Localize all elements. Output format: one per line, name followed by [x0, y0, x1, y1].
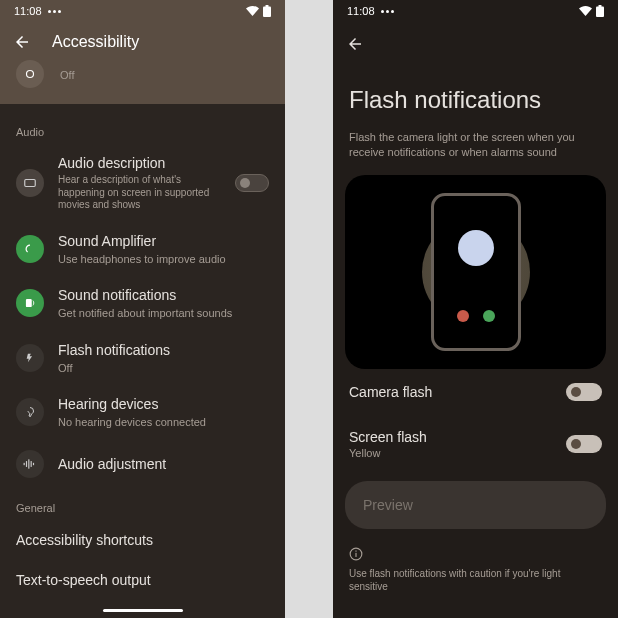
svg-rect-4	[26, 299, 32, 307]
status-bar: 11:08	[333, 0, 618, 22]
partial-icon	[16, 60, 44, 88]
item-hearing-devices[interactable]: Hearing devices No hearing devices conne…	[0, 385, 285, 439]
illustration-lens-icon	[458, 230, 494, 266]
item-audio-description[interactable]: Audio description Hear a description of …	[0, 144, 285, 222]
svg-rect-1	[266, 5, 269, 7]
battery-icon	[263, 5, 271, 17]
sound-amplifier-icon	[16, 235, 44, 263]
item-sound-amplifier[interactable]: Sound Amplifier Use headphones to improv…	[0, 222, 285, 276]
section-label-audio: Audio	[0, 112, 285, 144]
svg-rect-0	[263, 7, 271, 18]
settings-list[interactable]: Audio Audio description Hear a descripti…	[0, 104, 285, 602]
svg-rect-6	[26, 461, 27, 467]
audio-description-toggle[interactable]	[235, 174, 269, 192]
wifi-icon	[579, 6, 592, 16]
item-sub: Off	[58, 361, 269, 375]
hearing-icon	[16, 398, 44, 426]
svg-rect-11	[599, 5, 602, 7]
item-tts-output[interactable]: Text-to-speech output	[0, 560, 285, 600]
illustration	[345, 175, 606, 369]
partial-sub: Off	[60, 68, 269, 82]
item-title: Audio adjustment	[58, 455, 269, 473]
svg-rect-5	[24, 462, 25, 464]
item-title: Sound notifications	[58, 286, 269, 304]
status-dots-icon	[381, 10, 394, 13]
sound-notifications-icon	[16, 289, 44, 317]
item-title: Hearing devices	[58, 395, 269, 413]
audio-description-icon	[16, 169, 44, 197]
status-bar: 11:08	[0, 0, 285, 22]
screen-flash-toggle[interactable]	[566, 435, 602, 453]
item-sound-notifications[interactable]: Sound notifications Get notified about i…	[0, 276, 285, 330]
back-button[interactable]	[345, 34, 365, 54]
phone-flash-notifications: 11:08 Flash notifications Flash the came…	[333, 0, 618, 618]
svg-rect-13	[355, 553, 356, 557]
svg-rect-7	[28, 459, 29, 468]
item-audio-adjustment[interactable]: Audio adjustment	[0, 440, 285, 488]
item-title: Sound Amplifier	[58, 232, 269, 250]
back-button[interactable]	[12, 32, 32, 52]
status-time: 11:08	[14, 5, 42, 17]
status-dots-icon	[48, 10, 61, 13]
row-title: Screen flash	[349, 429, 566, 445]
row-title: Camera flash	[349, 384, 566, 400]
item-title: Audio description	[58, 154, 221, 172]
illustration-red-dot-icon	[457, 310, 469, 322]
caution-text: Use flash notifications with caution if …	[333, 561, 618, 599]
page-title: Accessibility	[52, 33, 139, 51]
illustration-phone	[431, 193, 521, 351]
preview-label: Preview	[363, 497, 413, 513]
svg-rect-8	[31, 461, 32, 467]
page-title: Flash notifications	[349, 86, 602, 114]
wifi-icon	[246, 6, 259, 16]
nav-pill-icon	[103, 609, 183, 612]
svg-rect-14	[355, 550, 356, 551]
item-sub: Get notified about important sounds	[58, 306, 269, 320]
row-screen-flash[interactable]: Screen flash Yellow	[333, 415, 618, 473]
item-title: Flash notifications	[58, 341, 269, 359]
item-flash-notifications[interactable]: Flash notifications Off	[0, 331, 285, 385]
header-area: 11:08 Accessibility Off	[0, 0, 285, 104]
audio-adjustment-icon	[16, 450, 44, 478]
row-sub: Yellow	[349, 447, 566, 459]
svg-rect-10	[596, 7, 604, 18]
item-accessibility-shortcuts[interactable]: Accessibility shortcuts	[0, 520, 285, 560]
svg-rect-9	[33, 462, 34, 464]
flash-icon	[16, 344, 44, 372]
row-camera-flash[interactable]: Camera flash	[333, 369, 618, 415]
section-label-general: General	[0, 488, 285, 520]
page-description: Flash the camera light or the screen whe…	[333, 124, 618, 175]
nav-bar[interactable]	[0, 602, 285, 618]
camera-flash-toggle[interactable]	[566, 383, 602, 401]
svg-point-2	[27, 71, 34, 78]
phone-accessibility: 11:08 Accessibility Off Audio	[0, 0, 285, 618]
info-icon	[349, 547, 363, 561]
item-sub: Use headphones to improve audio	[58, 252, 269, 266]
status-time: 11:08	[347, 5, 375, 17]
preview-button[interactable]: Preview	[345, 481, 606, 529]
illustration-green-dot-icon	[483, 310, 495, 322]
partial-item[interactable]: Off	[0, 58, 285, 96]
item-sub: Hear a description of what's happening o…	[58, 174, 221, 212]
item-sub: No hearing devices connected	[58, 415, 269, 429]
svg-rect-3	[25, 179, 36, 186]
battery-icon	[596, 5, 604, 17]
